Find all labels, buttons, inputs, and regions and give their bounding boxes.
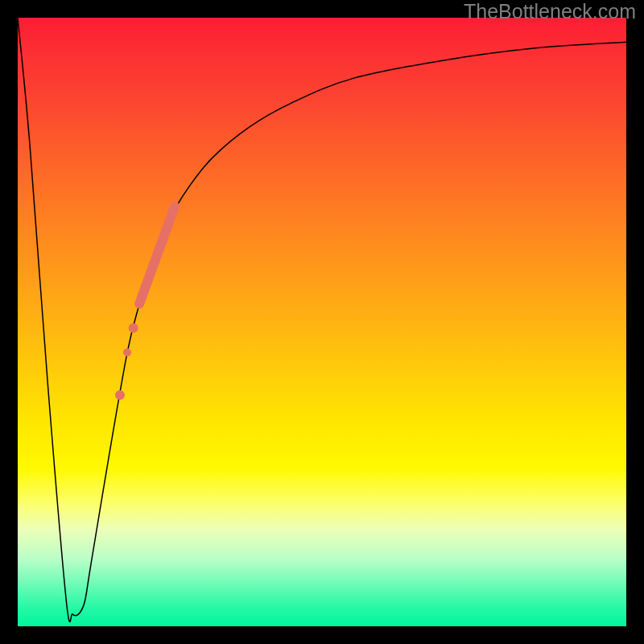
chart-svg bbox=[18, 18, 626, 626]
chart-container: TheBottleneck.com bbox=[0, 0, 644, 644]
plot-area bbox=[18, 18, 626, 626]
highlight-segment bbox=[139, 206, 175, 303]
bottleneck-curve bbox=[18, 18, 626, 622]
highlight-dot-1 bbox=[129, 324, 138, 333]
bottleneck-curve-path bbox=[18, 18, 626, 622]
highlight-dot-3 bbox=[115, 390, 125, 400]
highlight-dot-2 bbox=[123, 349, 131, 357]
watermark-text: TheBottleneck.com bbox=[464, 0, 636, 23]
